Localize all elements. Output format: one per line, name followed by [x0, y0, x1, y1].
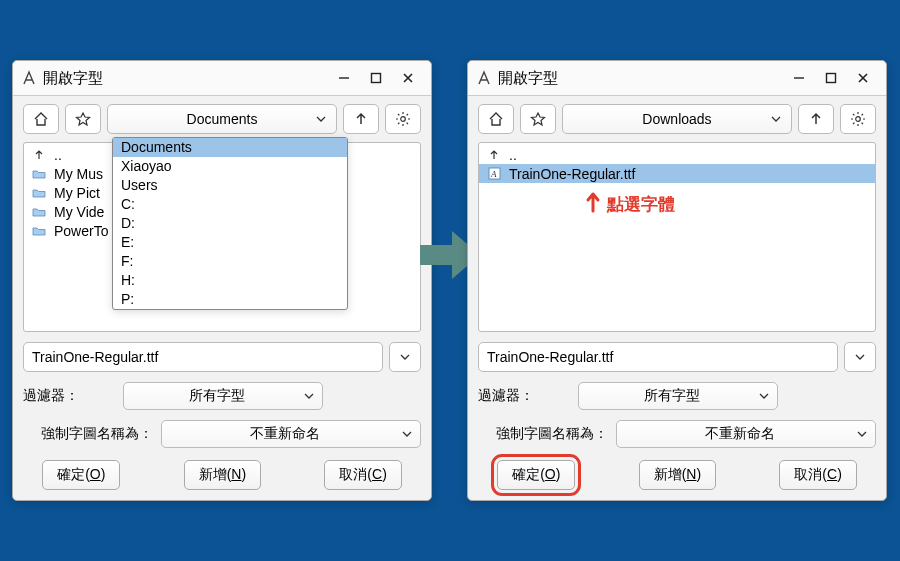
svg-point-5	[856, 117, 861, 122]
filter-label: 過濾器：	[23, 387, 79, 405]
close-button[interactable]	[393, 67, 423, 89]
path-label: Downloads	[642, 111, 711, 127]
filename-input[interactable]: TrainOne-Regular.ttf	[478, 342, 838, 372]
dropdown-item[interactable]: Users	[113, 176, 347, 195]
add-button[interactable]: 新增(N)	[639, 460, 716, 490]
ok-button[interactable]: 確定(O)	[497, 460, 575, 490]
file-name: My Mus	[54, 166, 103, 182]
cancel-label: 取消(C)	[794, 466, 841, 484]
file-name: ..	[54, 147, 62, 163]
settings-button[interactable]	[840, 104, 876, 134]
cancel-label: 取消(C)	[339, 466, 386, 484]
filter-select[interactable]: 所有字型	[578, 382, 778, 410]
filename-history-dropdown[interactable]	[389, 342, 421, 372]
rename-value: 不重新命名	[705, 425, 775, 443]
path-label: Documents	[187, 111, 258, 127]
path-dropdown[interactable]: Downloads	[562, 104, 792, 134]
file-name: PowerTo	[54, 223, 108, 239]
svg-rect-1	[372, 74, 381, 83]
close-button[interactable]	[848, 67, 878, 89]
filename-value: TrainOne-Regular.ttf	[32, 349, 158, 365]
dropdown-item[interactable]: F:	[113, 252, 347, 271]
maximize-button[interactable]	[361, 67, 391, 89]
filter-label: 過濾器：	[478, 387, 534, 405]
folder-icon	[30, 168, 48, 180]
dropdown-item[interactable]: P:	[113, 290, 347, 309]
filter-value: 所有字型	[189, 387, 245, 405]
svg-rect-4	[827, 74, 836, 83]
dropdown-item[interactable]: Documents	[113, 138, 347, 157]
filename-input[interactable]: TrainOne-Regular.ttf	[23, 342, 383, 372]
toolbar: Downloads	[468, 96, 886, 142]
window-title: 開啟字型	[43, 69, 327, 88]
filter-value: 所有字型	[644, 387, 700, 405]
rename-select[interactable]: 不重新命名	[616, 420, 876, 448]
rename-select[interactable]: 不重新命名	[161, 420, 421, 448]
add-label: 新增(N)	[654, 466, 701, 484]
dropdown-item[interactable]: C:	[113, 195, 347, 214]
titlebar: 開啟字型	[468, 61, 886, 96]
folder-icon	[30, 225, 48, 237]
filename-value: TrainOne-Regular.ttf	[487, 349, 613, 365]
settings-button[interactable]	[385, 104, 421, 134]
file-name: My Pict	[54, 185, 100, 201]
file-name: TrainOne-Regular.ttf	[509, 166, 635, 182]
dropdown-item[interactable]: H:	[113, 271, 347, 290]
path-dropdown-list[interactable]: Documents Xiaoyao Users C: D: E: F: H: P…	[112, 137, 348, 310]
home-button[interactable]	[478, 104, 514, 134]
folder-icon	[30, 206, 48, 218]
dropdown-item[interactable]: E:	[113, 233, 347, 252]
svg-text:A: A	[490, 169, 497, 179]
ok-label: 確定(O)	[57, 466, 105, 484]
dropdown-item[interactable]: D:	[113, 214, 347, 233]
favorite-button[interactable]	[65, 104, 101, 134]
ok-label: 確定(O)	[512, 466, 560, 484]
app-icon	[476, 70, 492, 86]
font-file-icon: A	[485, 167, 503, 180]
window-title: 開啟字型	[498, 69, 782, 88]
chevron-down-icon	[857, 426, 867, 442]
maximize-button[interactable]	[816, 67, 846, 89]
home-button[interactable]	[23, 104, 59, 134]
chevron-down-icon	[304, 388, 314, 404]
annotation-select-font: 點選字體	[584, 191, 675, 216]
app-icon	[21, 70, 37, 86]
up-icon	[30, 149, 48, 161]
up-icon	[485, 149, 503, 161]
go-up-button[interactable]	[343, 104, 379, 134]
file-list[interactable]: .. A TrainOne-Regular.ttf 點選字體	[478, 142, 876, 332]
cancel-button[interactable]: 取消(C)	[779, 460, 856, 490]
minimize-button[interactable]	[784, 67, 814, 89]
path-dropdown[interactable]: Documents	[107, 104, 337, 134]
open-font-dialog-right: 開啟字型 Downloads .. A T	[467, 60, 887, 501]
list-item[interactable]: ..	[479, 145, 875, 164]
rename-label: 強制字圖名稱為：	[23, 425, 153, 443]
add-button[interactable]: 新增(N)	[184, 460, 261, 490]
list-item[interactable]: A TrainOne-Regular.ttf	[479, 164, 875, 183]
file-name: ..	[509, 147, 517, 163]
favorite-button[interactable]	[520, 104, 556, 134]
chevron-down-icon	[402, 426, 412, 442]
minimize-button[interactable]	[329, 67, 359, 89]
rename-value: 不重新命名	[250, 425, 320, 443]
add-label: 新增(N)	[199, 466, 246, 484]
chevron-down-icon	[759, 388, 769, 404]
file-name: My Vide	[54, 204, 104, 220]
cancel-button[interactable]: 取消(C)	[324, 460, 401, 490]
filename-history-dropdown[interactable]	[844, 342, 876, 372]
svg-point-2	[401, 117, 406, 122]
folder-icon	[30, 187, 48, 199]
ok-button[interactable]: 確定(O)	[42, 460, 120, 490]
filter-select[interactable]: 所有字型	[123, 382, 323, 410]
chevron-down-icon	[771, 111, 781, 127]
go-up-button[interactable]	[798, 104, 834, 134]
chevron-down-icon	[316, 111, 326, 127]
dropdown-item[interactable]: Xiaoyao	[113, 157, 347, 176]
rename-label: 強制字圖名稱為：	[478, 425, 608, 443]
titlebar: 開啟字型	[13, 61, 431, 96]
